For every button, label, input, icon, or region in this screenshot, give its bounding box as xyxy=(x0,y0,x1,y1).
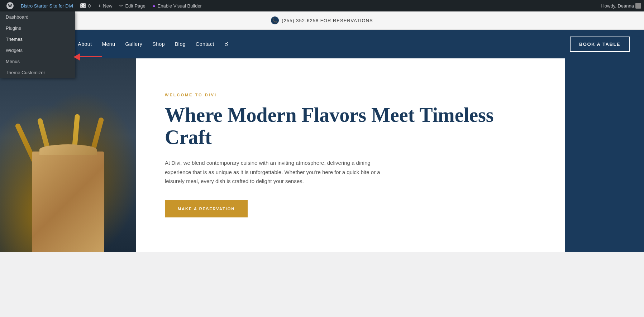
phone-icon: 📞 xyxy=(271,16,279,24)
pencil-icon: ✏ xyxy=(119,3,123,8)
admin-bar: W Bistro Starter Site for Divi 💬 0 + New… xyxy=(0,0,644,11)
red-arrow-icon xyxy=(77,56,102,57)
themes-label: Themes xyxy=(6,37,23,42)
book-table-button[interactable]: BOOK A TABLE xyxy=(570,37,630,52)
paper-bag xyxy=(32,152,104,252)
dropdown-item-theme-customizer[interactable]: Theme Customizer xyxy=(0,67,75,78)
howdy-text: Howdy, Deanna xyxy=(601,3,634,9)
nav-link-menu[interactable]: Menu xyxy=(102,41,115,47)
plus-icon: + xyxy=(98,3,101,9)
site-wrapper: 📞 (255) 352-6258 FOR RESERVATIONS D Land… xyxy=(0,11,644,252)
menus-label: Menus xyxy=(6,59,20,64)
appearance-dropdown: Dashboard Plugins Themes Widgets Menus T… xyxy=(0,11,75,78)
hero-content: WELCOME TO DIVI Where Modern Flavors Mee… xyxy=(136,58,565,252)
nav-link-blog[interactable]: Blog xyxy=(175,41,186,47)
theme-customizer-label: Theme Customizer xyxy=(6,70,45,75)
welcome-label: WELCOME TO DIVI xyxy=(165,93,536,97)
wp-logo: W xyxy=(6,2,14,9)
site-name-item[interactable]: Bistro Starter Site for Divi xyxy=(17,0,77,11)
widgets-label: Widgets xyxy=(6,48,23,53)
hero-description: At Divi, we blend contemporary cuisine w… xyxy=(165,158,387,186)
user-avatar xyxy=(635,3,641,9)
reservation-button[interactable]: MAKE A RESERVATION xyxy=(165,200,248,217)
hero-title: Where Modern Flavors Meet Timeless Craft xyxy=(165,104,536,148)
nav-link-contact[interactable]: Contact xyxy=(196,41,214,47)
hero-section: WELCOME TO DIVI Where Modern Flavors Mee… xyxy=(0,58,644,252)
nav-link-shop[interactable]: Shop xyxy=(152,41,165,47)
new-label: New xyxy=(103,3,112,9)
comments-item[interactable]: 💬 0 xyxy=(77,0,94,11)
nav-links: Landing About Menu Gallery Shop Blog Con… xyxy=(49,41,563,48)
edit-page-label: Edit Page xyxy=(125,3,145,9)
dropdown-item-plugins[interactable]: Plugins xyxy=(0,23,75,34)
site-navigation: D Landing About Menu Gallery Shop Blog C… xyxy=(0,30,644,58)
plugins-label: Plugins xyxy=(6,25,21,31)
edit-page-item[interactable]: ✏ Edit Page xyxy=(116,0,149,11)
dropdown-item-widgets[interactable]: Widgets xyxy=(0,45,75,56)
admin-bar-right: Howdy, Deanna xyxy=(601,3,641,9)
phone-bar: 📞 (255) 352-6258 FOR RESERVATIONS xyxy=(0,11,644,30)
new-item[interactable]: + New xyxy=(94,0,116,11)
reservation-btn-label: MAKE A RESERVATION xyxy=(178,207,235,211)
dropdown-item-themes[interactable]: Themes xyxy=(0,34,75,45)
dropdown-item-menus[interactable]: Menus xyxy=(0,56,75,67)
wp-logo-item[interactable]: W xyxy=(3,0,17,11)
dashboard-label: Dashboard xyxy=(6,14,29,20)
site-name-label: Bistro Starter Site for Divi xyxy=(21,3,73,9)
comment-bubble-icon: 💬 xyxy=(80,3,86,8)
dropdown-item-dashboard[interactable]: Dashboard xyxy=(0,11,75,23)
hero-food-image xyxy=(0,58,136,252)
breadstick-bg xyxy=(0,58,136,252)
search-icon[interactable]: ☌ xyxy=(224,41,228,48)
enable-builder-item[interactable]: ● Enable Visual Builder xyxy=(149,0,205,11)
divi-icon: ● xyxy=(153,3,156,9)
enable-builder-label: Enable Visual Builder xyxy=(158,3,202,9)
nav-link-gallery[interactable]: Gallery xyxy=(125,41,142,47)
phone-text: (255) 352-6258 FOR RESERVATIONS xyxy=(282,18,373,23)
blue-side-panel xyxy=(565,58,644,252)
comment-count: 0 xyxy=(88,3,91,9)
nav-link-about[interactable]: About xyxy=(78,41,92,47)
arrow-indicator xyxy=(77,56,102,57)
